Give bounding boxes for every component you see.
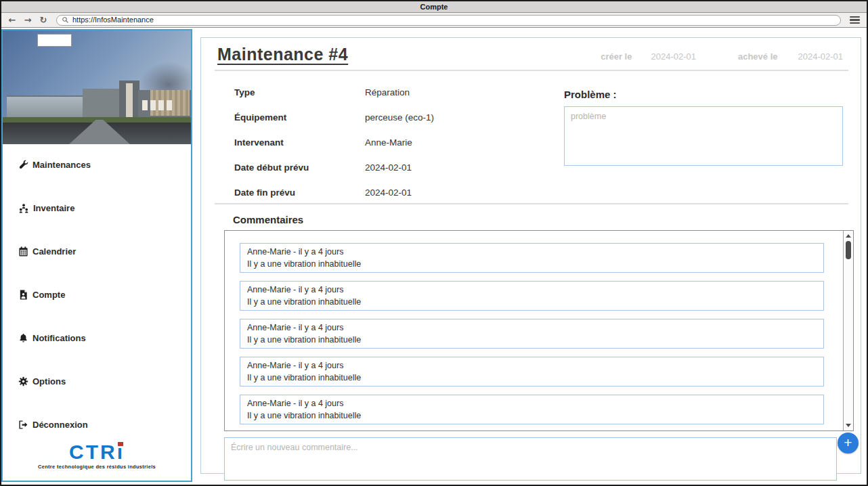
divider-comments — [215, 203, 848, 204]
field-label: Type — [234, 87, 365, 97]
info-row: Type Réparation Équipement perceuse (eco… — [234, 79, 843, 198]
field-label: Date fin prévu — [234, 187, 365, 198]
comments-scrollbar[interactable] — [843, 231, 853, 430]
sidebar-item-compte[interactable]: Compte — [3, 288, 191, 301]
sidebar-item-label: Options — [32, 376, 66, 386]
comment-text: Il y a une vibration inhabituelle — [247, 259, 817, 269]
comment-author-line: Anne-Marie - il y a 4 jours — [247, 247, 817, 257]
field-value: Anne-Marie — [365, 137, 564, 148]
search-icon — [62, 16, 69, 24]
sidebar-item-options[interactable]: Options — [3, 374, 191, 388]
signout-icon — [18, 420, 28, 430]
calendar-icon — [18, 246, 28, 257]
page-title: Maintenance #4 — [217, 45, 348, 64]
forward-button[interactable]: → — [22, 16, 33, 24]
new-comment-input[interactable] — [224, 437, 837, 481]
sidebar: Maintenances Inventaire — [1, 29, 192, 482]
scroll-down-icon[interactable] — [844, 421, 853, 430]
wrench-icon — [18, 160, 28, 170]
comment-card: Anne-Marie - il y a 4 jours Il y a une v… — [240, 395, 824, 424]
completed-date: 2024-02-01 — [798, 51, 844, 62]
bell-icon — [18, 333, 28, 343]
sidebar-item-label: Calendrier — [32, 246, 76, 257]
sidebar-item-calendrier[interactable]: Calendrier — [3, 244, 191, 258]
field-label: Équipement — [234, 112, 365, 123]
sidebar-item-label: Inventaire — [33, 203, 74, 213]
comment-text: Il y a une vibration inhabituelle — [247, 335, 817, 345]
sidebar-nav: Maintenances Inventaire — [3, 158, 191, 431]
users-icon — [18, 203, 29, 213]
problem-heading: Problème : — [564, 89, 843, 100]
back-button[interactable]: ← — [7, 16, 18, 24]
sidebar-item-inventaire[interactable]: Inventaire — [3, 201, 191, 215]
completed-label: achevé le — [738, 51, 778, 62]
created-label: créer le — [601, 51, 632, 62]
menu-icon[interactable] — [850, 16, 860, 24]
account-icon — [18, 290, 28, 300]
logo-i: i — [117, 442, 125, 462]
field-label: Intervenant — [234, 137, 365, 148]
comment-card: Anne-Marie - il y a 4 jours Il y a une v… — [240, 243, 824, 273]
problem-input[interactable] — [564, 106, 843, 166]
sidebar-item-notifications[interactable]: Notifications — [3, 331, 191, 345]
scroll-up-icon[interactable] — [844, 231, 853, 240]
logo-text: CTR — [69, 441, 117, 463]
dates-meta: créer le 2024-02-01 achevé le 2024-02-01 — [601, 51, 843, 64]
comment-card: Anne-Marie - il y a 4 jours Il y a une v… — [240, 357, 824, 386]
comments-heading: Commentaires — [233, 214, 861, 225]
sidebar-item-deconnexion[interactable]: Déconnexion — [3, 418, 191, 431]
comment-author-line: Anne-Marie - il y a 4 jours — [247, 399, 817, 408]
divider-top — [215, 70, 848, 71]
sidebar-item-maintenances[interactable]: Maintenances — [3, 158, 191, 171]
comment-card: Anne-Marie - il y a 4 jours Il y a une v… — [240, 319, 824, 349]
logo-tagline: Centre technologique des résidus industr… — [3, 464, 191, 470]
field-value: 2024-02-01 — [365, 187, 564, 198]
sidebar-item-label: Compte — [32, 290, 65, 300]
url-bar[interactable]: https://InfosMaintenance — [56, 15, 841, 26]
window-titlebar: Compte — [1, 1, 867, 13]
sidebar-item-label: Déconnexion — [32, 420, 88, 430]
comment-author-line: Anne-Marie - il y a 4 jours — [247, 361, 817, 370]
comment-card: Anne-Marie - il y a 4 jours Il y a une v… — [240, 281, 824, 311]
window-title: Compte — [420, 3, 448, 11]
ctri-logo: CTRi Centre technologique des résidus in… — [3, 442, 191, 470]
refresh-button[interactable]: ↻ — [38, 16, 49, 24]
fields-table: Type Réparation Équipement perceuse (eco… — [234, 87, 564, 198]
field-value: 2024-02-01 — [365, 162, 564, 173]
comment-text: Il y a une vibration inhabituelle — [247, 297, 817, 307]
field-value: perceuse (eco-1) — [365, 112, 564, 123]
browser-toolbar: ← → ↻ https://InfosMaintenance — [1, 13, 867, 28]
comment-text: Il y a une vibration inhabituelle — [247, 373, 817, 382]
comment-text: Il y a une vibration inhabituelle — [247, 411, 817, 420]
photo-placeholder-box — [37, 34, 72, 47]
gear-icon — [18, 376, 28, 386]
field-label: Date début prévu — [234, 162, 365, 173]
building-photo — [3, 30, 191, 144]
panel-header: Maintenance #4 créer le 2024-02-01 achev… — [217, 45, 843, 64]
field-value: Réparation — [365, 87, 564, 97]
app-area: Maintenances Inventaire — [1, 28, 867, 485]
maintenance-panel: Maintenance #4 créer le 2024-02-01 achev… — [200, 37, 861, 474]
comment-author-line: Anne-Marie - il y a 4 jours — [247, 285, 817, 294]
new-comment-row: + — [224, 437, 837, 481]
problem-section: Problème : — [564, 79, 843, 198]
created-date: 2024-02-01 — [651, 51, 696, 62]
sidebar-item-label: Notifications — [32, 333, 86, 343]
browser-window: Compte ← → ↻ https://InfosMaintenance — [0, 0, 868, 486]
comments-list: Anne-Marie - il y a 4 jours Il y a une v… — [224, 230, 854, 431]
url-text: https://InfosMaintenance — [72, 16, 154, 24]
add-comment-button[interactable]: + — [838, 433, 859, 454]
comment-author-line: Anne-Marie - il y a 4 jours — [247, 323, 817, 332]
scrollbar-thumb[interactable] — [846, 241, 851, 259]
sidebar-item-label: Maintenances — [32, 160, 91, 170]
